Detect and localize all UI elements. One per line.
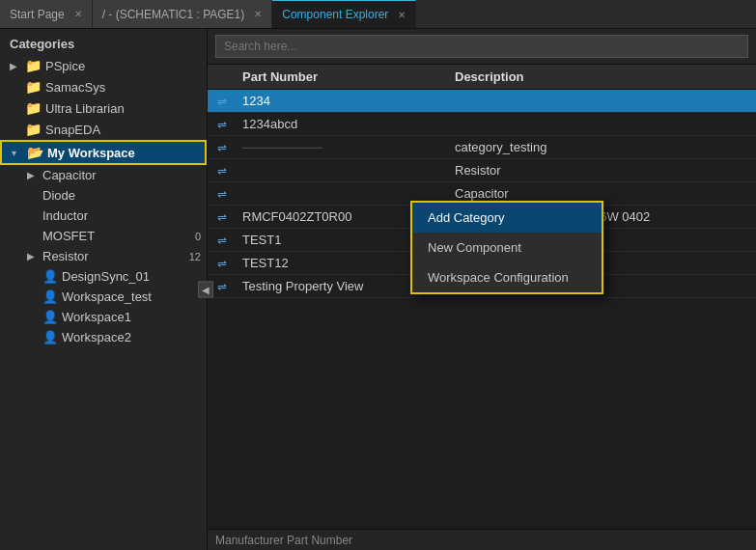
context-menu-item-label: Workspace Configuration xyxy=(428,270,569,285)
sidebar-item-samacsys[interactable]: 📁 SamacSys xyxy=(0,76,207,97)
arrow-icon: ▶ xyxy=(27,170,39,180)
sidebar-items: ▶ 📁 PSpice 📁 SamacSys 📁 Ultra Librarian … xyxy=(0,55,207,550)
search-bar xyxy=(208,29,756,65)
sidebar-item-snapeda[interactable]: 📁 SnapEDA xyxy=(0,119,207,140)
context-menu-item-add-category[interactable]: Add Category xyxy=(412,203,602,233)
tab-schematic-close[interactable]: ✕ xyxy=(254,9,262,19)
sidebar-item-label: Ultra Librarian xyxy=(45,101,201,116)
description-cell: Resistor xyxy=(449,163,756,178)
col-check-header xyxy=(208,69,237,84)
row-icon: ⇌ xyxy=(208,187,237,201)
arrow-icon: ▾ xyxy=(12,148,23,158)
context-menu-item-new-component[interactable]: New Component xyxy=(412,233,602,262)
arrow-icon: ▶ xyxy=(10,61,21,71)
count-badge: 12 xyxy=(189,251,201,262)
tab-schematic[interactable]: / - (SCHEMATIC1 : PAGE1) ✕ xyxy=(93,0,273,28)
row-icon: ⇌ xyxy=(208,141,237,154)
table-row[interactable]: ⇌ 1234 xyxy=(208,90,756,113)
sidebar-item-label: Workspace_test xyxy=(62,289,201,304)
context-menu: Add Category New Component Workspace Con… xyxy=(410,201,603,294)
sidebar-item-label: Resistor xyxy=(42,249,185,263)
sidebar-item-label: Workspace2 xyxy=(62,330,201,344)
sidebar-item-workspace-test[interactable]: 👤 Workspace_test xyxy=(0,287,207,307)
folder-icon: 📁 xyxy=(25,122,42,137)
sidebar-item-mosfet[interactable]: MOSFET 0 xyxy=(0,226,207,246)
collapse-sidebar-button[interactable]: ◀ xyxy=(198,282,213,298)
tab-bar: Start Page ✕ / - (SCHEMATIC1 : PAGE1) ✕ … xyxy=(0,0,756,29)
tab-schematic-label: / - (SCHEMATIC1 : PAGE1) xyxy=(102,8,245,21)
col-desc-header: Description xyxy=(449,69,756,84)
row-icon: ⇌ xyxy=(208,210,237,224)
folder-icon: 📁 xyxy=(25,79,42,95)
context-menu-item-label: New Component xyxy=(428,240,521,255)
part-number-cell: 1234abcd xyxy=(237,117,449,131)
table-row[interactable]: ⇌ 1234abcd xyxy=(208,113,756,136)
main-layout: Categories ▶ 📁 PSpice 📁 SamacSys 📁 Ultra… xyxy=(0,29,756,550)
sidebar-header: Categories xyxy=(0,29,207,55)
col-part-header: Part Number xyxy=(237,69,449,84)
sidebar-item-label: Inductor xyxy=(42,208,201,223)
sidebar-item-capacitor[interactable]: ▶ Capacitor xyxy=(0,165,207,185)
count-badge: 0 xyxy=(195,231,201,242)
user-icon: 👤 xyxy=(42,310,58,324)
sidebar-item-workspace2[interactable]: 👤 Workspace2 xyxy=(0,327,207,347)
sidebar-item-label: Workspace1 xyxy=(62,310,201,324)
sidebar-item-label: MOSFET xyxy=(42,229,191,243)
folder-icon: 📁 xyxy=(25,100,42,116)
status-bar: Manufacturer Part Number xyxy=(208,529,756,550)
folder-icon: 📁 xyxy=(25,58,42,73)
sidebar-item-label: DesignSync_01 xyxy=(62,269,201,284)
sidebar-item-label: Diode xyxy=(42,188,201,203)
sidebar-item-my-workspace[interactable]: ▾ 📂 My Workspace xyxy=(0,140,207,165)
status-text: Manufacturer Part Number xyxy=(215,534,352,547)
sidebar-item-pspice[interactable]: ▶ 📁 PSpice xyxy=(0,55,207,76)
description-cell: Capacitor xyxy=(449,186,756,201)
sidebar-item-diode[interactable]: Diode xyxy=(0,185,207,206)
row-icon: ⇌ xyxy=(208,164,237,178)
table-row[interactable]: ⇌ ───────── category_testing xyxy=(208,136,756,159)
row-icon: ⇌ xyxy=(208,234,237,247)
row-icon: ⇌ xyxy=(208,118,237,131)
search-input[interactable] xyxy=(215,35,748,58)
tab-component-explorer-label: Component Explorer xyxy=(282,8,388,21)
user-icon: 👤 xyxy=(42,289,58,304)
tab-start-page-label: Start Page xyxy=(10,8,65,21)
folder-open-icon: 📂 xyxy=(27,145,43,160)
user-icon: 👤 xyxy=(42,330,58,344)
tab-component-explorer[interactable]: Component Explorer ✕ xyxy=(272,0,416,28)
sidebar-item-ultra-librarian[interactable]: 📁 Ultra Librarian xyxy=(0,97,207,119)
tab-start-page-close[interactable]: ✕ xyxy=(74,9,82,19)
sidebar-item-label: PSpice xyxy=(45,59,201,73)
data-table: Part Number Description ⇌ 1234 ⇌ 1234abc… xyxy=(208,65,756,529)
context-menu-item-label: Add Category xyxy=(428,210,505,225)
sidebar-item-label: SamacSys xyxy=(45,80,201,95)
part-number-cell: 1234 xyxy=(237,94,449,108)
description-cell: category_testing xyxy=(449,140,756,154)
sidebar-item-resistor[interactable]: ▶ Resistor 12 xyxy=(0,246,207,266)
part-number-cell: ───────── xyxy=(237,140,449,154)
row-icon: ⇌ xyxy=(208,257,237,270)
row-icon: ⇌ xyxy=(208,95,237,108)
tab-start-page[interactable]: Start Page ✕ xyxy=(0,0,93,28)
sidebar-item-label: SnapEDA xyxy=(45,123,201,137)
arrow-icon: ▶ xyxy=(27,251,39,261)
tab-component-explorer-close[interactable]: ✕ xyxy=(398,10,406,20)
sidebar-item-inductor[interactable]: Inductor xyxy=(0,206,207,226)
sidebar-item-label: Capacitor xyxy=(42,168,201,182)
sidebar-item-label: My Workspace xyxy=(47,146,199,160)
user-icon: 👤 xyxy=(42,269,58,284)
table-header: Part Number Description xyxy=(208,65,756,90)
table-row[interactable]: ⇌ Resistor xyxy=(208,159,756,182)
content-area: ◀ Part Number Description ⇌ 1234 ⇌ 1234a… xyxy=(208,29,756,550)
sidebar: Categories ▶ 📁 PSpice 📁 SamacSys 📁 Ultra… xyxy=(0,29,208,550)
context-menu-item-workspace-config[interactable]: Workspace Configuration xyxy=(412,262,602,292)
sidebar-item-workspace1[interactable]: 👤 Workspace1 xyxy=(0,307,207,327)
sidebar-item-designsync[interactable]: 👤 DesignSync_01 xyxy=(0,266,207,287)
